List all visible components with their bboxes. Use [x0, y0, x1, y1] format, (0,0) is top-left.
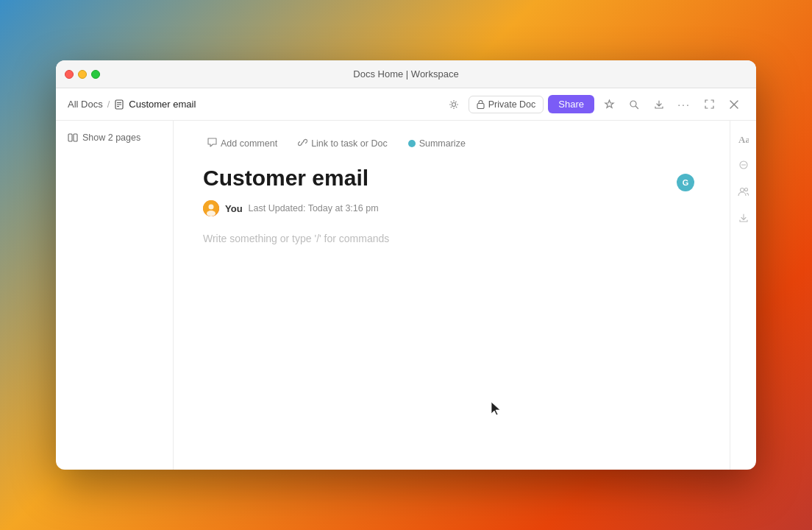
svg-line-7: [636, 106, 638, 108]
svg-point-6: [630, 101, 636, 107]
star-icon-btn[interactable]: [599, 94, 619, 115]
add-comment-button[interactable]: Add comment: [203, 135, 282, 152]
editor-input[interactable]: Write something or type '/' for commands: [203, 231, 700, 246]
svg-text:Aa: Aa: [738, 134, 749, 144]
doc-title[interactable]: Customer email: [203, 165, 700, 191]
ai-avatar: G: [677, 174, 694, 191]
export-icon-btn[interactable]: [649, 94, 669, 115]
private-doc-label: Private Doc: [488, 99, 536, 110]
svg-point-13: [209, 205, 214, 210]
svg-point-18: [741, 188, 744, 191]
breadcrumb: All Docs / Customer email: [68, 99, 438, 110]
svg-rect-11: [74, 134, 77, 141]
summarize-label: Summarize: [419, 138, 466, 149]
maximize-button[interactable]: [91, 70, 100, 79]
svg-rect-5: [477, 104, 484, 109]
summarize-dot: [408, 140, 416, 147]
breadcrumb-all-docs[interactable]: All Docs: [68, 99, 103, 110]
right-sidebar: Aa: [730, 121, 756, 470]
left-sidebar: Show 2 pages: [56, 121, 174, 470]
author-name: You: [225, 203, 243, 214]
link-icon: [298, 138, 307, 149]
traffic-lights: [65, 70, 100, 79]
more-options-btn[interactable]: ···: [674, 94, 694, 115]
expand-icon-btn[interactable]: [733, 155, 754, 175]
minimize-button[interactable]: [78, 70, 87, 79]
show-pages-label: Show 2 pages: [82, 132, 140, 143]
doc-area[interactable]: Add comment Link to task or Doc Summariz…: [174, 121, 730, 470]
fullscreen-btn[interactable]: [699, 94, 719, 115]
share-users-icon-btn[interactable]: [733, 181, 754, 202]
main-content: Show 2 pages Add comment: [56, 121, 756, 470]
svg-rect-10: [68, 134, 72, 141]
settings-icon-btn[interactable]: [444, 94, 464, 115]
private-doc-button[interactable]: Private Doc: [469, 96, 544, 113]
close-button[interactable]: [65, 70, 74, 79]
doc-toolbar: Add comment Link to task or Doc Summariz…: [203, 135, 700, 152]
doc-icon: [114, 99, 124, 110]
toolbar-actions: Private Doc Share ···: [444, 94, 744, 115]
svg-point-19: [745, 188, 748, 191]
link-task-label: Link to task or Doc: [311, 138, 388, 149]
comment-icon: [207, 138, 217, 149]
format-icon-btn[interactable]: Aa: [733, 128, 754, 149]
avatar: [203, 200, 219, 216]
author-row: You Last Updated: Today at 3:16 pm: [203, 200, 700, 216]
app-window: Docs Home | Workspace All Docs / Custome…: [56, 60, 756, 470]
add-comment-label: Add comment: [221, 138, 277, 149]
toolbar: All Docs / Customer email: [56, 88, 756, 121]
summarize-button[interactable]: Summarize: [404, 136, 470, 151]
svg-point-4: [452, 102, 455, 106]
search-icon-btn[interactable]: [624, 94, 644, 115]
breadcrumb-separator: /: [107, 99, 110, 110]
download-icon-btn[interactable]: [733, 208, 754, 228]
show-pages-button[interactable]: Show 2 pages: [63, 130, 165, 146]
svg-point-14: [207, 211, 216, 216]
close-doc-btn[interactable]: [724, 94, 744, 115]
last-updated: Last Updated: Today at 3:16 pm: [249, 203, 379, 213]
window-title: Docs Home | Workspace: [353, 68, 458, 80]
titlebar: Docs Home | Workspace: [56, 60, 756, 88]
share-button[interactable]: Share: [548, 95, 594, 113]
cursor: [490, 400, 502, 420]
breadcrumb-current-doc: Customer email: [129, 99, 196, 110]
link-task-button[interactable]: Link to task or Doc: [293, 135, 392, 152]
